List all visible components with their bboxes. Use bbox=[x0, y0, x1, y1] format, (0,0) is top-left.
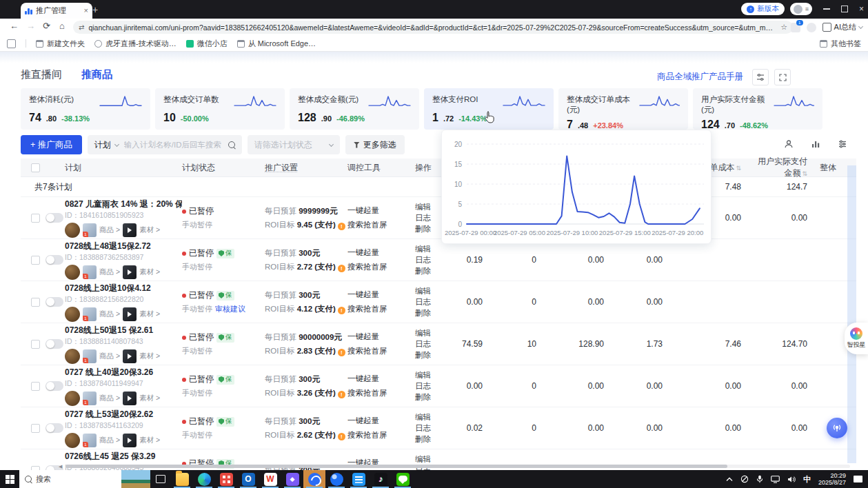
url-field[interactable]: ⇄ qianchuan.jinritemai.com/uni-prom?aavi… bbox=[73, 21, 793, 34]
back-button[interactable]: ← bbox=[10, 21, 19, 31]
wps-office[interactable]: W bbox=[259, 470, 281, 488]
help-fab-button[interactable] bbox=[827, 418, 847, 438]
operation-link[interactable]: 日志 bbox=[415, 212, 441, 223]
row-toggle[interactable] bbox=[46, 297, 63, 307]
review-suggestion-link[interactable]: 审核建议 bbox=[215, 305, 245, 313]
other-bookmarks-button[interactable]: 其他书签 bbox=[820, 39, 861, 49]
row-checkbox[interactable] bbox=[31, 424, 40, 433]
operation-link[interactable]: 日志 bbox=[415, 254, 441, 265]
promote-product-button[interactable]: + 推广商品 bbox=[21, 135, 82, 154]
operation-link[interactable]: 编辑 bbox=[415, 201, 441, 212]
operation-link[interactable]: 日志 bbox=[415, 296, 441, 307]
blue-circle-app[interactable] bbox=[325, 470, 347, 488]
operation-link[interactable]: 删除 bbox=[415, 265, 441, 276]
window-minimize-button[interactable] bbox=[823, 8, 830, 10]
control-tool-link[interactable]: 一键起量 bbox=[347, 205, 411, 216]
wechat[interactable] bbox=[392, 470, 414, 488]
material-link[interactable]: 素材 > bbox=[139, 309, 160, 319]
row-toggle[interactable] bbox=[46, 381, 63, 391]
table-scroll-strip[interactable] bbox=[847, 165, 856, 463]
scrollbar-thumb[interactable] bbox=[65, 465, 727, 468]
outlook[interactable]: O bbox=[237, 470, 259, 488]
product-link[interactable]: 商品 > bbox=[99, 436, 120, 445]
taskbar-clock[interactable]: 20:29 2025/8/27 bbox=[818, 472, 846, 486]
row-toggle[interactable] bbox=[46, 255, 63, 265]
stat-card[interactable]: 整体成交订单成本(元)7.48+23.84% bbox=[558, 88, 688, 130]
control-tool-link[interactable]: 一键起量 bbox=[347, 247, 411, 258]
operation-link[interactable]: 编辑 bbox=[415, 327, 441, 338]
extension-icon[interactable]: 1 bbox=[791, 23, 800, 32]
control-tool-link[interactable]: 一键起量 bbox=[347, 289, 411, 300]
product-link[interactable]: 商品 > bbox=[99, 394, 120, 403]
search-icon[interactable] bbox=[228, 141, 235, 148]
plan-type-select[interactable]: 计划 bbox=[94, 139, 111, 151]
more-filters-button[interactable]: 更多筛选 bbox=[345, 135, 405, 154]
bookmark-item[interactable]: 从 Microsoft Edge… bbox=[237, 39, 316, 49]
new-version-badge[interactable]: ↑ 新版本 bbox=[741, 3, 785, 15]
search-input[interactable] bbox=[123, 140, 224, 150]
operation-link[interactable]: 删除 bbox=[415, 349, 441, 360]
material-link[interactable]: 素材 > bbox=[139, 436, 160, 445]
product-link[interactable]: 商品 > bbox=[99, 309, 120, 319]
horizontal-scrollbar[interactable]: ◀ bbox=[59, 464, 851, 469]
row-toggle[interactable] bbox=[46, 339, 63, 349]
ai-summary-button[interactable]: AI总结 bbox=[822, 22, 862, 32]
material-link[interactable]: 素材 > bbox=[139, 394, 160, 403]
tab-close-icon[interactable]: × bbox=[84, 7, 88, 14]
control-tool-link[interactable]: 搜索抢首屏 bbox=[347, 346, 411, 356]
tab-live-room[interactable]: 推直播间 bbox=[21, 68, 62, 81]
product-link[interactable]: 商品 > bbox=[99, 352, 120, 361]
extensions-menu-icon[interactable] bbox=[807, 23, 816, 32]
control-tool-link[interactable]: 搜索抢首屏 bbox=[347, 430, 411, 440]
window-maximize-button[interactable] bbox=[841, 6, 848, 12]
assistant-widget[interactable]: 智投星 bbox=[845, 323, 868, 354]
volume-icon[interactable] bbox=[787, 476, 796, 483]
row-toggle[interactable] bbox=[46, 423, 63, 433]
start-button[interactable] bbox=[0, 470, 19, 488]
window-close-button[interactable]: × bbox=[859, 5, 864, 13]
tray-expand-icon[interactable] bbox=[726, 477, 733, 482]
reload-button[interactable]: ⟳ bbox=[43, 21, 50, 31]
bookmark-item[interactable]: 虎牙直播-技术驱动… bbox=[94, 39, 176, 49]
home-button[interactable]: ⌂ bbox=[59, 21, 65, 31]
plan-name[interactable]: 0727 线上53退20保2.62 bbox=[65, 409, 182, 420]
row-checkbox[interactable] bbox=[31, 340, 40, 349]
product-link[interactable]: 商品 > bbox=[99, 225, 120, 235]
product-manual-link[interactable]: 商品全域推广产品手册 bbox=[657, 71, 743, 83]
stat-card[interactable]: 用户实际支付金额(元)124.70-48.62% bbox=[693, 88, 822, 130]
browser-tab[interactable]: 推广管理 × bbox=[21, 3, 92, 19]
sort-icon[interactable]: ⇅ bbox=[802, 170, 807, 177]
column-header[interactable]: 用户实际支付金额⇅ bbox=[751, 156, 817, 179]
plan-name[interactable]: 0827 儿童雨衣 14% 退：20% 保：9.92 bbox=[65, 199, 182, 210]
row-toggle[interactable] bbox=[46, 213, 63, 223]
display-settings-button[interactable] bbox=[752, 69, 769, 85]
stat-card[interactable]: 整体成交订单数10-50.00% bbox=[155, 88, 285, 130]
member-manage-button[interactable] bbox=[780, 136, 797, 152]
control-tool-link[interactable]: 一键起量 bbox=[347, 332, 411, 342]
operation-link[interactable]: 日志 bbox=[415, 338, 441, 349]
douyin[interactable]: ♪ bbox=[370, 470, 392, 488]
operation-link[interactable]: 编辑 bbox=[415, 454, 441, 465]
product-link[interactable]: 商品 > bbox=[99, 267, 120, 277]
notification-icon[interactable] bbox=[854, 476, 862, 482]
plan-name[interactable]: 0728线上48退15保2.72 bbox=[65, 241, 182, 252]
blue-app[interactable] bbox=[347, 470, 370, 488]
tab-promote-product[interactable]: 推商品 bbox=[81, 68, 112, 81]
plan-status-select[interactable]: 请筛选计划状态 bbox=[248, 135, 340, 154]
new-tab-button[interactable]: + bbox=[92, 5, 98, 14]
purple-app[interactable]: ◆ bbox=[281, 470, 303, 488]
microphone-icon[interactable] bbox=[756, 475, 763, 483]
bookmark-item[interactable]: 微信小店 bbox=[186, 39, 228, 49]
qianchuan-active-app[interactable] bbox=[303, 470, 325, 488]
operation-link[interactable]: 日志 bbox=[415, 423, 441, 434]
sort-icon[interactable]: ⇅ bbox=[736, 165, 741, 172]
plan-name[interactable]: 0727 线上40退20保3.26 bbox=[65, 367, 182, 378]
control-tool-link[interactable]: 一键起量 bbox=[347, 374, 411, 384]
tab-group-icon[interactable] bbox=[7, 39, 16, 48]
control-tool-link[interactable]: 一键起量 bbox=[347, 416, 411, 426]
stat-card[interactable]: 整体消耗(元)74.80-38.13% bbox=[21, 88, 150, 130]
taskbar-search[interactable]: 搜索 bbox=[19, 470, 121, 488]
data-chart-button[interactable] bbox=[807, 136, 824, 152]
site-permissions-icon[interactable]: ⇄ bbox=[79, 23, 84, 31]
red-grid-app[interactable] bbox=[215, 470, 237, 488]
